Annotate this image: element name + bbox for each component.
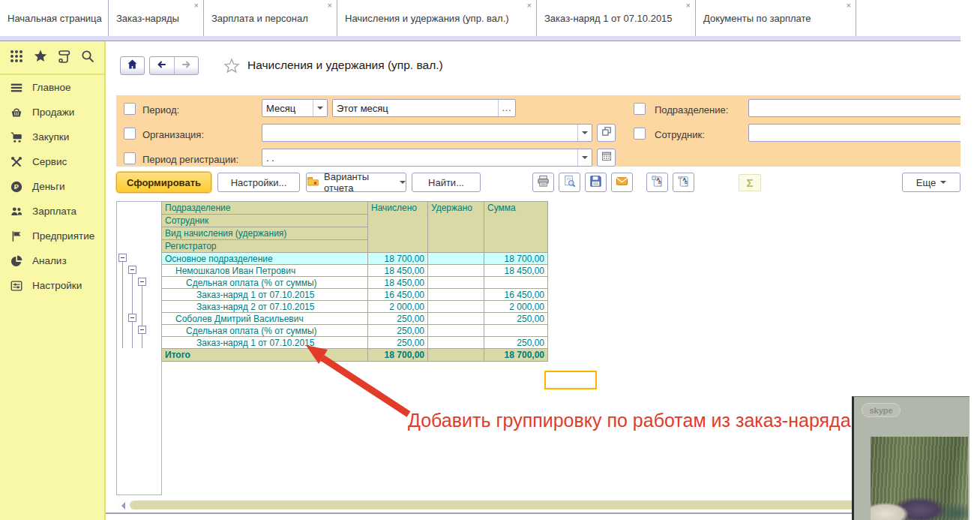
- row-label-cell[interactable]: Немошкалов Иван Петрович: [162, 265, 368, 277]
- row-value-cell[interactable]: 18 450,00: [484, 265, 548, 277]
- close-icon[interactable]: ×: [686, 2, 691, 10]
- row-value-cell[interactable]: 2 000,00: [484, 301, 548, 313]
- sidebar-item-settings[interactable]: Настройки: [0, 273, 104, 298]
- dropdown-arrow-icon[interactable]: [577, 125, 592, 141]
- sidebar-item-money[interactable]: РДеньги: [0, 174, 104, 199]
- row-value-cell[interactable]: 250,00: [368, 337, 428, 349]
- sidebar-item-sales[interactable]: Продажи: [0, 100, 104, 125]
- find-button[interactable]: Найти...: [412, 173, 481, 192]
- row-value-cell[interactable]: 16 450,00: [484, 289, 548, 301]
- sidebar-item-enterprise[interactable]: Предприятие: [0, 224, 104, 248]
- print-button[interactable]: [532, 173, 554, 192]
- row-value-cell[interactable]: [428, 313, 484, 325]
- sidebar-item-salary[interactable]: Зарплата: [0, 199, 104, 224]
- row-value-cell[interactable]: [428, 289, 484, 301]
- row-label-cell[interactable]: Заказ-наряд 1 от 07.10.2015: [162, 289, 368, 301]
- registration-period-checkbox[interactable]: [124, 152, 136, 164]
- registration-period-calendar-button[interactable]: [597, 149, 616, 167]
- department-input[interactable]: [748, 99, 961, 117]
- scrollbar-thumb[interactable]: [130, 500, 958, 509]
- tab-3[interactable]: Зарплата и персонал×: [204, 0, 337, 36]
- save-button[interactable]: [585, 173, 607, 192]
- row-value-cell[interactable]: [484, 277, 548, 289]
- generate-button[interactable]: Сформировать: [116, 172, 211, 193]
- mail-button[interactable]: [611, 173, 633, 192]
- more-button[interactable]: Еще: [902, 173, 961, 192]
- tab-4[interactable]: Начисления и удержания (упр. вал.)×: [337, 0, 537, 36]
- row-value-cell[interactable]: 250,00: [484, 313, 548, 325]
- grouping-levels-button-1[interactable]: ABc: [646, 173, 668, 192]
- close-icon[interactable]: ×: [847, 2, 851, 10]
- close-icon[interactable]: ×: [328, 2, 332, 10]
- horizontal-scrollbar[interactable]: [116, 500, 961, 510]
- period-unit-select[interactable]: Месяц: [262, 99, 328, 117]
- report-variants-button[interactable]: Варианты отчета: [306, 173, 406, 192]
- tab-6[interactable]: Документы по зарплате×: [696, 0, 856, 36]
- row-label-cell[interactable]: Основное подразделение: [162, 253, 368, 265]
- period-checkbox[interactable]: [124, 103, 136, 115]
- row-value-cell[interactable]: 18 700,00: [368, 349, 428, 362]
- sum-indicator[interactable]: Σ: [739, 174, 761, 191]
- sidebar-item-purchases[interactable]: Закупки: [0, 125, 104, 149]
- row-label-cell[interactable]: Заказ-наряд 1 от 07.10.2015: [162, 337, 368, 349]
- row-value-cell[interactable]: [428, 337, 484, 349]
- row-value-cell[interactable]: [428, 277, 484, 289]
- registration-period-input[interactable]: . .: [262, 149, 592, 167]
- row-label-cell[interactable]: Сдельная оплата (% от суммы): [162, 277, 368, 289]
- collapse-expander-icon[interactable]: [138, 326, 146, 334]
- row-value-cell[interactable]: [428, 325, 484, 337]
- row-value-cell[interactable]: 18 700,00: [484, 253, 548, 265]
- preview-button[interactable]: [559, 173, 580, 192]
- row-value-cell[interactable]: 18 450,00: [368, 277, 428, 289]
- tab-1[interactable]: Начальная страница: [0, 0, 109, 36]
- row-value-cell[interactable]: 250,00: [484, 337, 548, 349]
- row-value-cell[interactable]: 2 000,00: [368, 301, 428, 313]
- row-value-cell[interactable]: [484, 325, 548, 337]
- tab-5[interactable]: Заказ-наряд 1 от 07.10.2015×: [537, 0, 696, 36]
- period-more-button[interactable]: ...: [498, 100, 515, 116]
- favorites-star-icon[interactable]: [33, 49, 48, 67]
- row-value-cell[interactable]: [428, 265, 484, 277]
- forward-button[interactable]: [175, 57, 199, 74]
- dropdown-arrow-icon[interactable]: [577, 149, 592, 166]
- row-value-cell[interactable]: 18 450,00: [368, 265, 428, 277]
- home-button[interactable]: [120, 56, 145, 75]
- row-label-cell[interactable]: Соболев Дмитрий Васильевич: [162, 313, 368, 325]
- row-value-cell[interactable]: [428, 349, 484, 362]
- scroll-left-icon[interactable]: [118, 502, 125, 509]
- skype-video-window[interactable]: skype: [852, 396, 970, 520]
- grouping-levels-button-2[interactable]: ABc: [673, 173, 694, 192]
- apps-grid-icon[interactable]: [9, 49, 24, 67]
- organization-open-button[interactable]: [597, 124, 616, 142]
- employee-checkbox[interactable]: [634, 128, 646, 140]
- employee-input[interactable]: [748, 124, 961, 142]
- row-value-cell[interactable]: 250,00: [368, 325, 428, 337]
- sidebar-item-menu[interactable]: Главное: [0, 75, 104, 100]
- sidebar-item-service[interactable]: Сервис: [0, 149, 104, 174]
- row-label-cell[interactable]: Итого: [162, 349, 368, 362]
- row-label-cell[interactable]: Заказ-наряд 2 от 07.10.2015: [162, 301, 368, 313]
- row-value-cell[interactable]: 16 450,00: [368, 289, 428, 301]
- row-value-cell[interactable]: [428, 301, 484, 313]
- row-value-cell[interactable]: [428, 253, 484, 265]
- settings-button[interactable]: Настройки...: [217, 173, 300, 192]
- close-icon[interactable]: ×: [194, 2, 199, 10]
- row-value-cell[interactable]: 18 700,00: [484, 349, 548, 362]
- row-label-cell[interactable]: Сдельная оплата (% от суммы): [162, 325, 368, 337]
- dropdown-arrow-icon[interactable]: [313, 100, 327, 116]
- back-button[interactable]: [150, 57, 175, 74]
- collapse-expander-icon[interactable]: [138, 278, 146, 286]
- organization-input[interactable]: [262, 124, 592, 142]
- collapse-expander-icon[interactable]: [128, 314, 136, 322]
- collapse-expander-icon[interactable]: [128, 266, 136, 274]
- row-value-cell[interactable]: 250,00: [368, 313, 428, 325]
- period-value-input[interactable]: Этот месяц ...: [332, 99, 516, 117]
- organization-checkbox[interactable]: [124, 128, 136, 140]
- sidebar-item-analysis[interactable]: Анализ: [0, 248, 104, 273]
- row-value-cell[interactable]: 18 700,00: [368, 253, 428, 265]
- department-checkbox[interactable]: [634, 103, 646, 115]
- collapse-expander-icon[interactable]: [118, 254, 127, 262]
- tab-2[interactable]: Заказ-наряды×: [109, 0, 204, 36]
- search-icon[interactable]: [80, 49, 95, 67]
- history-icon[interactable]: [56, 49, 71, 67]
